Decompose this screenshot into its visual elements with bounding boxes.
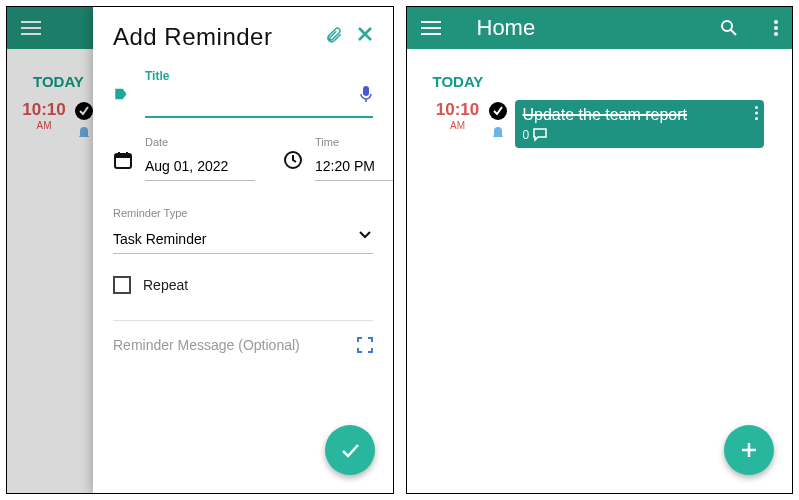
repeat-label: Repeat [143,277,188,293]
svg-point-9 [755,112,758,115]
search-icon[interactable] [720,19,738,37]
screen-home: Home TODAY 10:10 AM Update the te [406,6,794,494]
svg-point-10 [755,117,758,120]
bell-icon [489,124,507,142]
reminder-card-title: Update the team report [523,106,757,124]
svg-point-8 [755,106,758,109]
time-column: 10:10 AM [21,100,67,131]
reminder-type-select[interactable]: Task Reminder [113,225,373,254]
hamburger-icon[interactable] [21,21,41,35]
bell-icon [75,124,93,142]
svg-point-7 [774,32,778,36]
svg-point-4 [722,21,732,31]
close-icon[interactable] [357,26,373,44]
microphone-icon[interactable] [359,85,373,103]
comment-count: 0 [523,128,530,142]
check-badge-icon [489,102,507,120]
card-overflow-icon[interactable] [755,106,758,120]
time-column: 10:10 AM [435,100,481,131]
time-field-label: Time [315,136,394,148]
screen-add-reminder: TODAY 10:10 AM Add Reminder [6,6,394,494]
sheet-title: Add Reminder [113,23,272,51]
svg-rect-2 [115,154,131,158]
app-topbar: Home [407,7,793,49]
clock-icon [283,150,303,170]
date-field-label: Date [145,136,255,148]
tag-icon [113,85,131,103]
hamburger-icon[interactable] [421,21,441,35]
page-title: Home [477,15,703,41]
type-field-label: Reminder Type [113,207,373,219]
reminder-card[interactable]: Update the team report 0 [515,100,765,148]
comment-icon [533,128,547,142]
check-badge-icon [75,102,93,120]
time-ampm: AM [21,120,67,131]
chevron-down-icon [359,231,371,239]
overflow-menu-icon[interactable] [774,20,778,36]
add-reminder-sheet: Add Reminder Title Dat [93,7,393,493]
date-input[interactable] [145,154,255,181]
status-icons [489,102,507,142]
title-input[interactable] [145,89,373,118]
add-fab[interactable] [724,425,774,475]
expand-icon[interactable] [357,337,373,353]
today-label: TODAY [433,73,779,90]
repeat-checkbox[interactable] [113,276,131,294]
confirm-fab[interactable] [325,425,375,475]
time-value: 10:10 [21,100,67,120]
title-field-label: Title [145,69,373,83]
time-value: 10:10 [435,100,481,120]
attachment-icon[interactable] [325,26,343,44]
time-ampm: AM [435,120,481,131]
message-placeholder[interactable]: Reminder Message (Optional) [113,337,300,353]
svg-point-5 [774,20,778,24]
svg-rect-0 [363,86,369,96]
calendar-icon [113,150,133,170]
svg-point-6 [774,26,778,30]
status-icons [75,102,93,142]
time-input[interactable] [315,154,394,181]
